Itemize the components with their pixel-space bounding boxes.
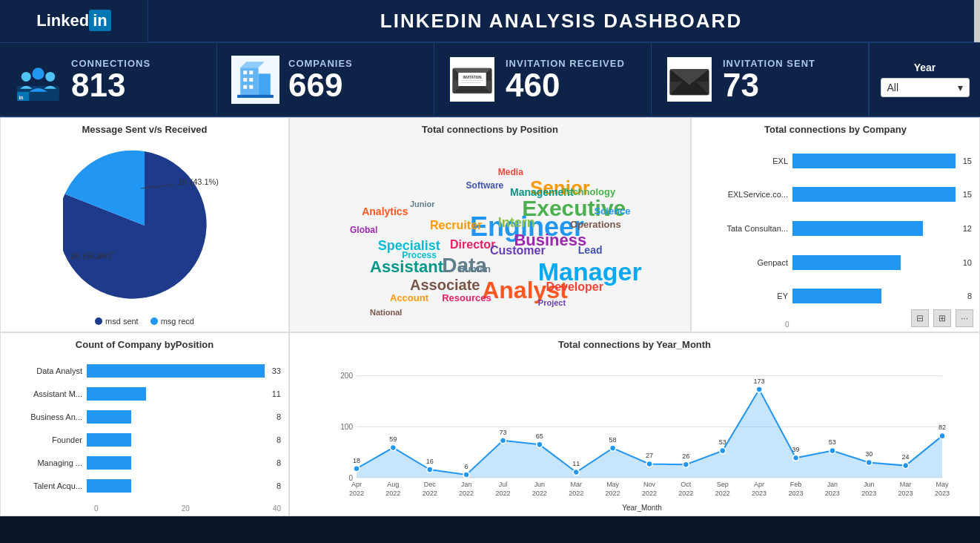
pie-legend: msd sent msg recd [95,312,194,332]
svg-point-71 [610,445,616,451]
pos-bar-fill [87,410,131,424]
svg-text:Year_Month: Year_Month [622,504,662,512]
timeline-chart: 010020018Apr202259Aug202216Dec20226Jan20… [290,353,979,534]
pos-axis-40: 40 [273,504,281,513]
companies-image [229,53,281,105]
bar-label: Tata Consultan... [699,224,788,233]
svg-text:Sep: Sep [717,481,729,488]
svg-text:2022: 2022 [569,489,583,496]
sent-dot [95,317,102,325]
year-filter-label: Year [914,62,936,73]
svg-text:2023: 2023 [935,489,950,496]
pie-chart-svg: 1K (43.1%) 2K (56.9%) [63,144,226,307]
companies-card: COMPANIES 669 [217,43,434,116]
company-bar-row: Tata Consultan... 12 [699,218,972,239]
inv-received-value: 460 [506,69,560,102]
bar-label: EXL [699,157,788,165]
connections-image: in [12,53,64,105]
svg-text:2023: 2023 [825,489,840,496]
svg-point-2 [21,71,30,81]
logo-in: in [89,10,111,31]
word-item: Intern [498,215,535,231]
svg-text:26: 26 [682,452,689,460]
svg-text:2022: 2022 [349,489,364,496]
svg-text:2022: 2022 [385,489,400,496]
svg-text:Jul: Jul [499,481,507,488]
svg-text:200: 200 [340,372,353,380]
pos-axis-20: 20 [182,504,190,513]
svg-text:Dec: Dec [424,481,436,488]
company-chart-title: Total connections by Company [699,118,972,138]
bar-value: 8 [967,292,972,300]
page-title: LINKEDIN ANALYSIS DASHBOARD [148,10,974,33]
svg-text:2023: 2023 [861,489,876,496]
connections-icon: in [14,56,62,104]
year-filter-value: All [887,82,899,93]
pos-bar-value: 11 [272,389,281,398]
wordcloud-area: EngineerSeniorExecutiveBusinessManagerAn… [290,138,690,332]
svg-text:1K (43.1%): 1K (43.1%) [178,177,219,186]
word-item: Recruiter [430,219,482,232]
svg-rect-16 [249,85,253,88]
svg-text:Mar: Mar [900,481,911,488]
wordcloud-title: Total connections by Position [290,118,690,138]
svg-rect-14 [249,78,253,82]
pos-bar-label: Data Analyst [8,366,82,375]
position-axis: 0 20 40 [8,503,281,516]
bar-track [792,221,956,236]
main-content: Message Sent v/s Received 1K (43.1%) 2K … [0,117,980,543]
position-bar-row: Talent Acqu... 8 [8,475,281,496]
svg-text:2022: 2022 [423,489,437,496]
svg-text:INVITATION: INVITATION [463,76,482,79]
svg-point-87 [756,386,762,392]
word-item: Operations [570,219,621,230]
filter-icon[interactable]: ⊟ [911,309,929,327]
svg-text:2023: 2023 [788,489,803,496]
pos-bar-label: Founder [8,435,82,444]
svg-text:2022: 2022 [495,489,510,496]
word-item: Software [466,180,504,191]
filter-icons: ⊟ ⊞ ··· [911,309,973,327]
svg-text:Jun: Jun [864,481,874,488]
more-icon[interactable]: ··· [956,309,973,327]
year-filter: Year All ▾ [869,43,980,116]
pos-bar-label: Assistant M... [8,389,82,398]
logo-text: Linkedin [36,11,110,30]
expand-icon[interactable]: ⊞ [933,309,951,327]
word-item: Customer [490,244,546,257]
pos-bar-value: 8 [277,481,281,490]
inv-sent-info: Invitation Sent 73 [723,58,815,102]
svg-text:73: 73 [499,429,506,436]
connections-info: CONNECTIONS 813 [71,58,150,102]
svg-text:16: 16 [426,458,434,465]
year-filter-select[interactable]: All ▾ [881,78,970,97]
pos-axis-0: 0 [94,504,99,513]
timeline-title: Total connections by Year_Month [290,333,979,353]
pos-bar-track [87,387,265,401]
chevron-down-icon: ▾ [958,82,963,93]
legend-recd: msg recd [150,317,194,326]
word-item: Resources [442,292,491,303]
word-item: Developer [546,280,603,294]
word-item: Media [498,167,523,177]
svg-text:2022: 2022 [459,489,474,496]
bar-fill [792,255,901,270]
svg-rect-11 [243,70,247,74]
position-bar-chart: Data Analyst 33 Assistant M... 11 Busine… [8,353,281,503]
bar-track [792,289,960,303]
pos-bar-label: Talent Acqu... [8,481,82,490]
svg-text:58: 58 [609,436,617,444]
envelope-image [663,53,715,105]
word-item: Lead [578,244,603,256]
svg-text:100: 100 [340,423,353,431]
timeline-panel: Total connections by Year_Month 01002001… [289,332,980,516]
svg-text:2022: 2022 [642,489,657,496]
pie-chart-title: Message Sent v/s Received [82,118,207,138]
position-chart-panel: Count of Company byPosition Data Analyst… [0,332,289,516]
svg-text:2022: 2022 [678,489,693,496]
company-chart-panel: Total connections by Company EXL 15 EXLS… [691,117,980,332]
bar-value: 15 [963,157,972,165]
pos-bar-track [87,456,269,470]
timeline-svg: 010020018Apr202259Aug202216Dec20226Jan20… [327,361,957,512]
pos-bar-fill [87,456,131,470]
